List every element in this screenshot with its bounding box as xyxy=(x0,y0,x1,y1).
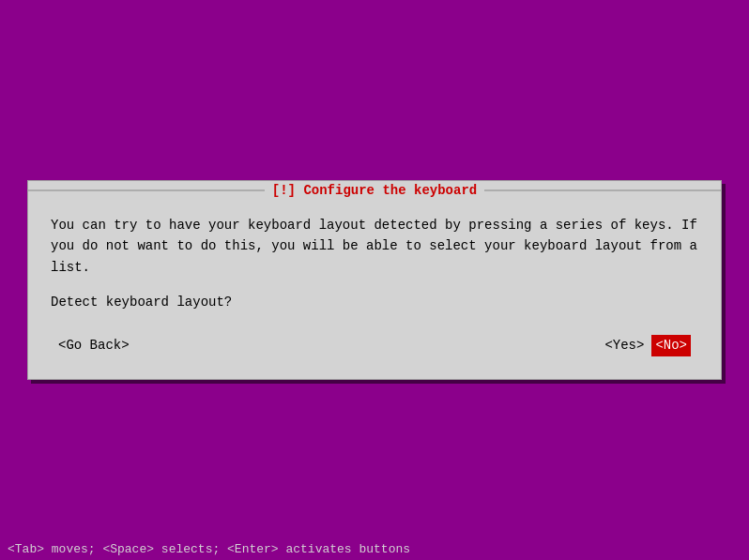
dialog-message: You can try to have your keyboard layout… xyxy=(51,215,698,278)
no-button[interactable]: <No> xyxy=(651,335,691,356)
dialog-titlebar: [!] Configure the keyboard xyxy=(28,181,721,200)
status-bar: <Tab> moves; <Space> selects; <Enter> ac… xyxy=(0,537,749,560)
dialog-buttons: <Go Back> <Yes> <No> xyxy=(51,331,698,364)
dialog-content: You can try to have your keyboard layout… xyxy=(28,200,721,379)
status-bar-text: <Tab> moves; <Space> selects; <Enter> ac… xyxy=(8,542,410,556)
configure-keyboard-dialog: [!] Configure the keyboard You can try t… xyxy=(27,180,722,380)
go-back-button[interactable]: <Go Back> xyxy=(58,336,130,356)
dialog-title: [!] Configure the keyboard xyxy=(265,183,484,198)
right-buttons: <Yes> <No> xyxy=(604,335,691,356)
yes-button[interactable]: <Yes> xyxy=(604,336,644,356)
dialog-question: Detect keyboard layout? xyxy=(51,293,698,312)
